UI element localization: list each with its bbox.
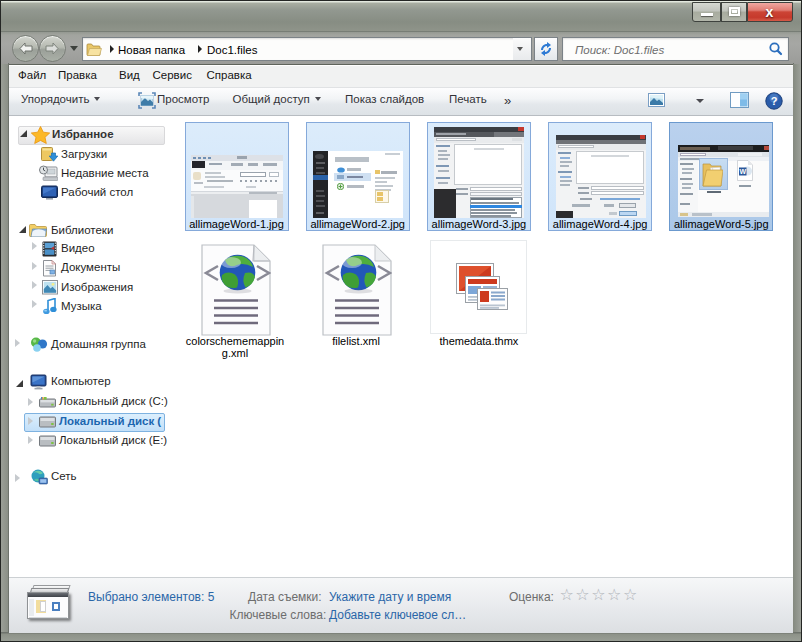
svg-text:?: ? <box>770 95 777 107</box>
svg-text:W: W <box>739 168 746 175</box>
